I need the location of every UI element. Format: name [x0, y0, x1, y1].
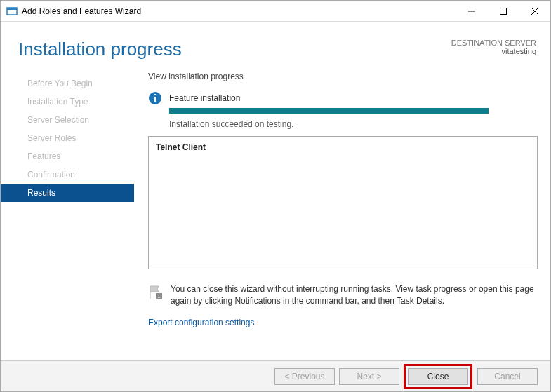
info-icon	[148, 91, 162, 105]
destination-label: DESTINATION SERVER	[451, 39, 536, 47]
next-button: Next >	[339, 368, 399, 385]
cancel-button: Cancel	[477, 368, 538, 385]
svg-rect-7	[154, 97, 156, 102]
status-heading: Feature installation	[169, 93, 240, 103]
flag-icon: 1	[148, 285, 164, 300]
result-item: Telnet Client	[156, 142, 530, 152]
svg-rect-1	[7, 8, 17, 10]
step-server-selection: Server Selection	[1, 111, 134, 129]
close-window-button[interactable]	[519, 1, 550, 21]
wizard-header: Installation progress DESTINATION SERVER…	[1, 22, 550, 65]
titlebar: Add Roles and Features Wizard	[1, 1, 550, 22]
close-button[interactable]: Close	[408, 368, 468, 385]
step-results[interactable]: Results	[1, 184, 134, 202]
results-box: Telnet Client	[148, 136, 538, 269]
wizard-sidebar: Before You Begin Installation Type Serve…	[1, 72, 134, 327]
content-subtitle: View installation progress	[148, 72, 538, 81]
destination-name: vitatesting	[451, 47, 536, 55]
app-icon	[6, 6, 18, 17]
close-highlight: Close	[404, 364, 472, 389]
svg-text:1: 1	[157, 293, 161, 299]
export-settings-link[interactable]: Export configuration settings	[148, 318, 538, 327]
progress-bar	[169, 108, 489, 114]
status-message: Installation succeeded on testing.	[169, 119, 538, 129]
step-confirmation: Confirmation	[1, 165, 134, 184]
window-title: Add Roles and Features Wizard	[22, 6, 456, 16]
maximize-button[interactable]	[487, 1, 519, 21]
step-before-you-begin: Before You Begin	[1, 74, 134, 93]
step-server-roles: Server Roles	[1, 129, 134, 147]
step-features: Features	[1, 147, 134, 165]
wizard-content: View installation progress Feature insta…	[134, 72, 550, 327]
minimize-button[interactable]	[456, 1, 487, 21]
step-installation-type: Installation Type	[1, 93, 134, 111]
wizard-footer: < Previous Next > Close Cancel	[1, 360, 550, 391]
destination-server: DESTINATION SERVER vitatesting	[451, 39, 536, 60]
svg-rect-3	[500, 8, 506, 14]
previous-button: < Previous	[274, 368, 335, 385]
note-text: You can close this wizard without interr…	[171, 283, 538, 308]
page-title: Installation progress	[18, 39, 451, 60]
svg-rect-8	[154, 94, 156, 95]
